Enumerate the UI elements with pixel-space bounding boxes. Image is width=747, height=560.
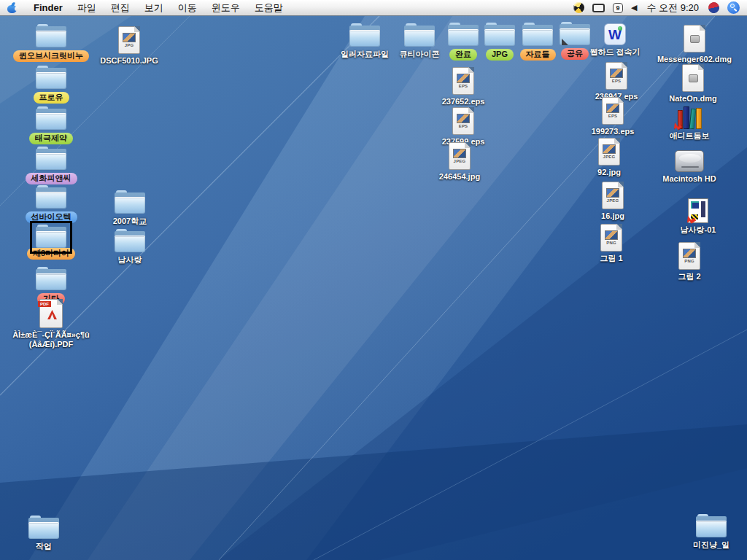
menu-help[interactable]: 도움말 [247,0,290,15]
folder-icon [36,24,66,48]
folder-icon-selected [36,225,66,249]
eps-file-icon: EPS [605,62,627,90]
desktop-icon-queen-soap[interactable]: 퀸오브시크릿비누 [11,24,91,62]
folder-icon [696,514,727,538]
desktop-icon-jpg-246454[interactable]: JPEG 246454.jpg [419,142,500,182]
desktop-icon-eps-237652[interactable]: EPS 237652.eps [423,67,503,106]
menu-go[interactable]: 이동 [171,0,204,15]
desktop-icon-webhard-app[interactable]: W 웹하드 접속기 [575,23,655,57]
jpeg-file-icon: JPG [118,26,140,54]
menu-bar-left: Finder 파일 편집 보기 이동 윈도우 도움말 [0,0,290,15]
desktop-icon-mijinnyang[interactable]: 미진냥_일 [671,514,747,550]
folder-icon [36,267,66,291]
desktop-icon-eps-237599[interactable]: EPS 237599.eps [423,107,503,147]
menu-file[interactable]: 파일 [70,0,104,15]
korean-flag-input-icon[interactable] [708,1,721,15]
app-menu-finder[interactable]: Finder [26,2,70,13]
desktop-icon-jakup[interactable]: 작업 [4,516,84,551]
desktop-icon-pdf-file[interactable]: PDF ÀÌ±æÈ¯-ÇÏ´ÃÃ¤»ç¶û (ÀåÆí).PDF [4,299,98,349]
desktop-icon-2007-school[interactable]: 2007학교 [90,190,170,226]
pdf-file-icon: PDF [39,299,63,328]
desktop-icon-grim-2[interactable]: PNG 그림 2 [649,242,729,281]
eps-file-icon: EPS [452,107,474,135]
folder-icon [36,106,66,131]
desktop-icon-grim-1[interactable]: PNG 그림 1 [571,224,651,263]
spotlight-icon[interactable] [727,1,740,14]
folder-icon [36,147,66,171]
desktop-icon-sunbiotech[interactable]: 선바이오텍 [11,185,91,223]
desktop-icon-je3media[interactable]: 제3미디어 [11,225,91,260]
desktop-icon-jpg-16[interactable]: JPEG 16.jpg [573,182,653,221]
jpeg-file-icon: JPEG [449,142,471,170]
desktop-icon-nateon-dmg[interactable]: NateOn.dmg [653,64,733,104]
books-app-alias-icon [676,104,703,129]
menu-bar-extras: 9 ◀ 수 오전 9:20 [573,0,747,15]
menu-bar-clock[interactable]: 수 오전 9:20 [645,1,700,15]
desktop-screen: Finder 파일 편집 보기 이동 윈도우 도움말 9 ◀ 수 오전 9:20… [0,0,747,560]
desktop-icon-proyu[interactable]: 프로유 [11,66,91,104]
desktop-icon-sehwa[interactable]: 세화피앤씨 [11,147,91,184]
volume-icon[interactable]: ◀ [631,4,637,12]
desktop-icon-macintosh-hd[interactable]: Macintosh HD [648,150,731,184]
apple-menu-icon[interactable] [7,2,18,14]
disk-image-file-icon [682,64,704,92]
folder-icon [115,190,145,214]
folder-icon [115,229,145,253]
desktop-icon-jpg-92[interactable]: JPEG 92.jpg [569,138,649,177]
png-file-icon: PNG [678,242,700,270]
write-badge-icon [562,39,568,45]
desktop-icon-dscf5010-jpg[interactable]: JPG DSCF5010.JPG [89,26,169,66]
swirl-app-icon[interactable] [573,2,584,13]
menu-edit[interactable]: 편집 [104,0,137,15]
folder-icon [349,23,380,47]
folder-icon [28,516,59,540]
disk-image-file-icon [684,25,705,52]
desktop-icon-adit-dombo[interactable]: 애디트돔보 [649,104,729,141]
folder-icon [36,185,66,209]
desktop-icon-eps-199273[interactable]: EPS 199273.eps [573,97,653,136]
classic-9-icon[interactable]: 9 [613,3,623,13]
desktop-icon-namsarang-01[interactable]: 남사랑-01 [658,198,738,235]
displays-icon[interactable] [592,4,605,12]
webhard-app-icon: W [604,23,626,45]
desktop-icon-eps-236947[interactable]: EPS 236947.eps [576,62,657,101]
desktop-icon-namsarang-folder[interactable]: 남사랑 [90,229,170,265]
desktop-icon-taegeuk-pharma[interactable]: 태극제약 [11,106,91,144]
hard-drive-icon [675,150,704,172]
jpeg-file-icon: JPEG [598,138,620,166]
eps-file-icon: EPS [452,67,474,95]
menu-view[interactable]: 보기 [137,0,171,15]
eps-file-icon: EPS [602,97,624,125]
folder-icon [36,66,66,90]
menu-window[interactable]: 윈도우 [204,0,247,15]
desktop-icon-messenger-dmg[interactable]: Messenger602.dmg [649,25,740,64]
jpeg-file-icon: JPEG [602,182,624,209]
layout-document-alias-icon [688,198,708,223]
menu-bar: Finder 파일 편집 보기 이동 윈도우 도움말 9 ◀ 수 오전 9:20 [0,0,747,16]
png-file-icon: PNG [600,224,622,252]
